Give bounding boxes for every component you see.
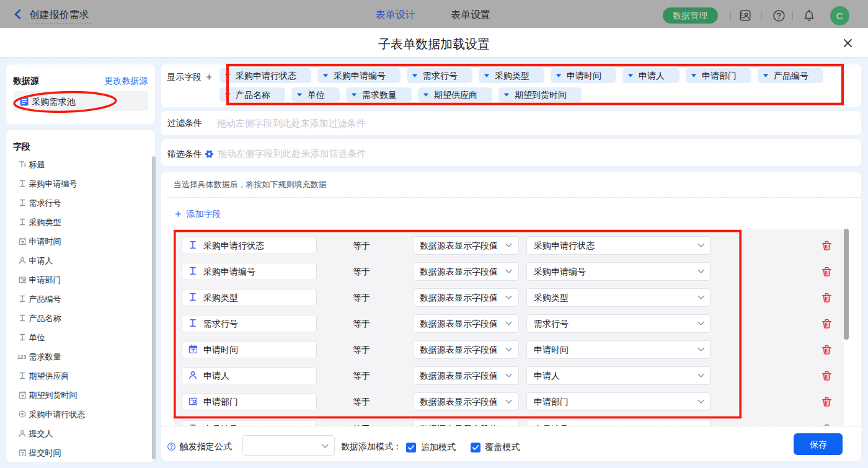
svg-text:123: 123 <box>17 353 26 360</box>
